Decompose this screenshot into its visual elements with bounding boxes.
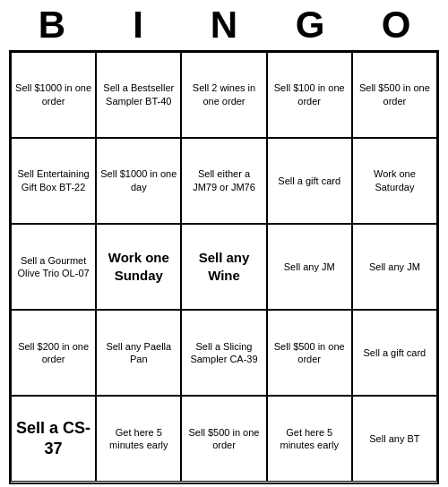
cell-1: Sell a Bestseller Sampler BT-40 xyxy=(96,52,181,138)
header-letter-B: B xyxy=(12,4,92,47)
cell-14: Sell any JM xyxy=(352,224,437,310)
cell-22: Sell $500 in one order xyxy=(181,396,266,482)
cell-2: Sell 2 wines in one order xyxy=(181,52,266,138)
header-letter-G: G xyxy=(270,4,350,47)
bingo-header: BINGO xyxy=(9,4,439,47)
bingo-card: BINGO Sell $1000 in one orderSell a Best… xyxy=(9,4,439,484)
cell-15: Sell $200 in one order xyxy=(11,310,96,396)
cell-20: Sell a CS-37 xyxy=(11,396,96,482)
cell-11: Work one Sunday xyxy=(96,224,181,310)
header-letter-N: N xyxy=(184,4,264,47)
cell-4: Sell $500 in one order xyxy=(352,52,437,138)
header-letter-O: O xyxy=(356,4,436,47)
cell-18: Sell $500 in one order xyxy=(267,310,352,396)
cell-13: Sell any JM xyxy=(267,224,352,310)
cell-24: Sell any BT xyxy=(352,396,437,482)
cell-23: Get here 5 minutes early xyxy=(267,396,352,482)
cell-6: Sell $1000 in one day xyxy=(96,138,181,224)
cell-7: Sell either a JM79 or JM76 xyxy=(181,138,266,224)
cell-17: Sell a Slicing Sampler CA-39 xyxy=(181,310,266,396)
cell-0: Sell $1000 in one order xyxy=(11,52,96,138)
cell-10: Sell a Gourmet Olive Trio OL-07 xyxy=(11,224,96,310)
cell-3: Sell $100 in one order xyxy=(267,52,352,138)
cell-16: Sell any Paella Pan xyxy=(96,310,181,396)
bingo-grid: Sell $1000 in one orderSell a Bestseller… xyxy=(9,50,439,484)
cell-19: Sell a gift card xyxy=(352,310,437,396)
cell-9: Work one Saturday xyxy=(352,138,437,224)
cell-12: Sell any Wine xyxy=(181,224,266,310)
cell-8: Sell a gift card xyxy=(267,138,352,224)
header-letter-I: I xyxy=(98,4,178,47)
cell-5: Sell Entertaining Gift Box BT-22 xyxy=(11,138,96,224)
cell-21: Get here 5 minutes early xyxy=(96,396,181,482)
